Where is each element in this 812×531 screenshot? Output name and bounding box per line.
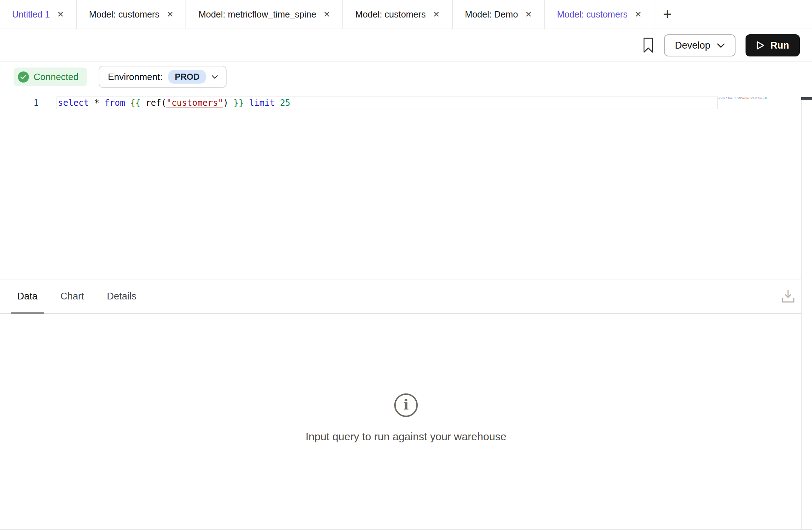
tab-model-demo[interactable]: Model: Demo ✕ xyxy=(453,0,545,29)
check-icon xyxy=(18,71,29,83)
tab-label: Model: customers xyxy=(355,9,426,20)
bookmark-icon[interactable] xyxy=(643,37,654,54)
tab-chart[interactable]: Chart xyxy=(54,279,90,313)
tab-label: Model: customers xyxy=(89,9,159,20)
code-line[interactable]: select * from {{ ref("customers") }} lim… xyxy=(58,96,290,109)
tab-model-customers-3[interactable]: Model: customers ✕ xyxy=(545,0,655,29)
scrollbar-thumb[interactable] xyxy=(801,97,812,100)
results-tab-bar: Data Chart Details xyxy=(0,279,812,314)
develop-button[interactable]: Develop xyxy=(664,34,735,56)
tab-model-customers-2[interactable]: Model: customers ✕ xyxy=(343,0,453,29)
tab-details-label: Details xyxy=(107,291,137,302)
run-button[interactable]: Run xyxy=(746,34,800,56)
close-tab-icon[interactable]: ✕ xyxy=(167,10,173,19)
tab-data-label: Data xyxy=(17,291,38,302)
tab-label: Model: customers xyxy=(557,9,628,20)
editor-scrollbar[interactable] xyxy=(801,97,812,529)
tab-model-metricflow-time-spine[interactable]: Model: metricflow_time_spine ✕ xyxy=(186,0,343,29)
tab-label: Model: metricflow_time_spine xyxy=(198,9,316,20)
bottom-divider xyxy=(0,529,812,530)
close-tab-icon[interactable]: ✕ xyxy=(323,10,330,19)
chevron-down-icon xyxy=(212,75,218,79)
empty-state-message: Input query to run against your warehous… xyxy=(306,431,506,443)
tab-label: Model: Demo xyxy=(465,9,518,20)
close-tab-icon[interactable]: ✕ xyxy=(525,10,532,19)
develop-button-label: Develop xyxy=(675,40,710,51)
sql-editor[interactable]: 1 select * from {{ ref("customers") }} l… xyxy=(0,91,812,279)
tab-chart-label: Chart xyxy=(60,291,84,302)
close-tab-icon[interactable]: ✕ xyxy=(57,10,64,19)
connected-label: Connected xyxy=(34,71,79,83)
editor-minimap[interactable]: select * from {{ ref("customers") }} lim… xyxy=(718,97,797,99)
environment-selector[interactable]: Environment: PROD xyxy=(99,66,227,88)
chevron-down-icon xyxy=(717,43,725,48)
run-button-label: Run xyxy=(771,40,789,51)
minimap-code-line: select * from {{ ref("customers") }} lim… xyxy=(718,97,797,99)
tab-details[interactable]: Details xyxy=(100,279,143,313)
editor-toolbar: Develop Run xyxy=(0,29,812,62)
tab-model-customers-1[interactable]: Model: customers ✕ xyxy=(77,0,187,29)
tab-label: Untitled 1 xyxy=(12,9,50,20)
editor-tab-bar: Untitled 1 ✕ Model: customers ✕ Model: m… xyxy=(0,0,812,29)
connection-status-bar: Connected Environment: PROD xyxy=(0,62,812,91)
line-number: 1 xyxy=(34,98,39,108)
environment-value-pill: PROD xyxy=(168,70,206,84)
close-tab-icon[interactable]: ✕ xyxy=(433,10,440,19)
close-tab-icon[interactable]: ✕ xyxy=(635,10,642,19)
tab-data[interactable]: Data xyxy=(11,279,44,313)
download-icon[interactable] xyxy=(780,288,796,304)
results-empty-state: i Input query to run against your wareho… xyxy=(0,314,812,528)
results-panel: Data Chart Details i Input query to run … xyxy=(0,279,812,528)
dbt-ide-window: Untitled 1 ✕ Model: customers ✕ Model: m… xyxy=(0,0,812,531)
tab-untitled-1[interactable]: Untitled 1 ✕ xyxy=(0,0,77,29)
connection-status-badge: Connected xyxy=(14,68,87,86)
play-icon xyxy=(756,41,765,50)
new-tab-button[interactable]: + xyxy=(654,0,680,29)
info-icon: i xyxy=(394,393,418,417)
environment-label: Environment: xyxy=(108,71,163,83)
editor-gutter: 1 xyxy=(0,96,56,109)
